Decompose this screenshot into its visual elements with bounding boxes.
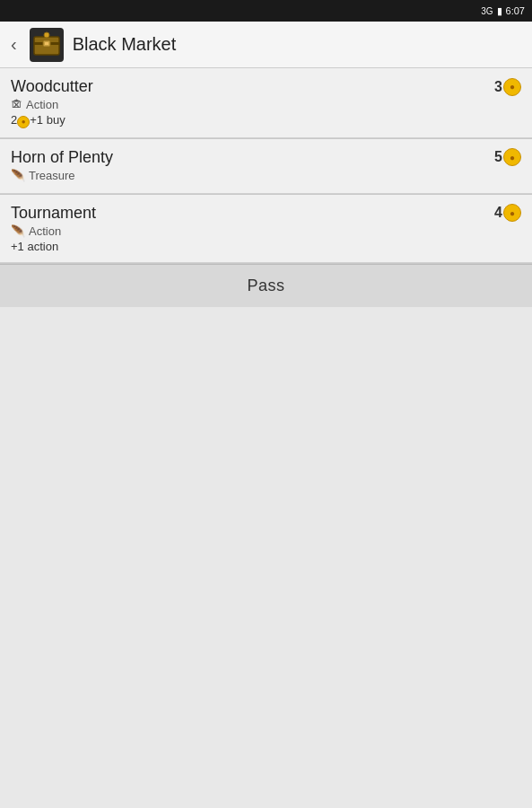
svg-rect-3 (45, 42, 48, 45)
card-horn-name: Horn of Plenty (11, 148, 113, 167)
card-tournament-name: Tournament (11, 204, 96, 223)
card-tournament-detail: +1 action (11, 240, 521, 253)
card-horn-of-plenty[interactable]: Horn of Plenty 5 ● 🪶 Treasure (0, 139, 532, 194)
coin-icon-tournament: ● (503, 204, 521, 222)
card-woodcutter-name: Woodcutter (11, 77, 93, 96)
card-woodcutter-type: Action (26, 98, 58, 111)
horn-type-icon: 🪶 (11, 169, 25, 182)
card-woodcutter-cost: 3 ● (494, 78, 521, 96)
card-tournament-type-row: 🪶 Action (11, 224, 521, 238)
card-horn-cost-number: 5 (494, 149, 502, 165)
title-bar: ‹ Black Market (0, 22, 532, 68)
card-tournament-cost-number: 4 (494, 205, 502, 221)
time-display: 6:07 (506, 5, 525, 16)
coin-icon-woodcutter: ● (503, 78, 521, 96)
card-woodcutter-detail: 2●+1 buy (11, 113, 521, 128)
status-bar: 3G ▮ 6:07 (0, 0, 532, 22)
network-signal-icon: 3G (481, 6, 493, 16)
battery-icon: ▮ (497, 5, 502, 17)
pass-button-container: Pass (0, 264, 532, 307)
content-area: Woodcutter 3 ● 🏚 Action 2●+1 buy Horn of… (0, 68, 532, 307)
card-woodcutter-cost-number: 3 (494, 79, 502, 95)
card-woodcutter[interactable]: Woodcutter 3 ● 🏚 Action 2●+1 buy (0, 68, 532, 138)
card-horn-type: Treasure (29, 169, 75, 182)
card-tournament-type: Action (29, 224, 61, 238)
card-tournament-cost: 4 ● (494, 204, 521, 222)
woodcutter-type-icon: 🏚 (11, 98, 22, 111)
svg-point-4 (44, 32, 49, 38)
page-title: Black Market (73, 34, 177, 55)
coin-inline-woodcutter: ● (17, 116, 30, 128)
app-icon (30, 28, 64, 62)
card-tournament[interactable]: Tournament 4 ● 🪶 Action +1 action (0, 195, 532, 263)
card-horn-cost: 5 ● (494, 148, 521, 166)
tournament-type-icon: 🪶 (11, 224, 25, 238)
card-horn-type-row: 🪶 Treasure (11, 169, 521, 182)
card-woodcutter-type-row: 🏚 Action (11, 98, 521, 111)
coin-icon-horn: ● (503, 148, 521, 166)
pass-button[interactable]: Pass (0, 264, 532, 307)
back-button[interactable]: ‹ (7, 31, 21, 58)
